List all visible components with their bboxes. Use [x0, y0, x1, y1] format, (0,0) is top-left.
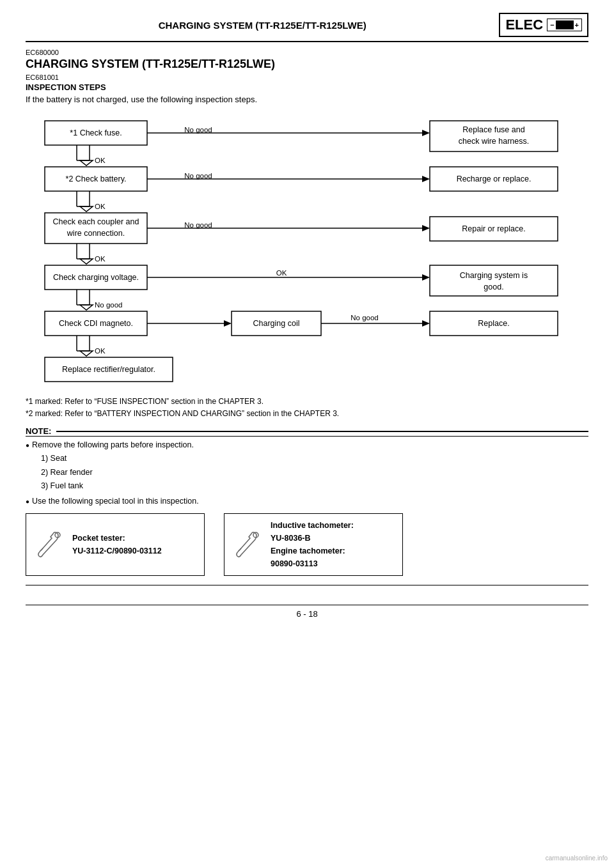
svg-text:No good: No good — [184, 221, 212, 229]
ref2: *2 marked: Refer to “BATTERY INSPECTION … — [26, 408, 588, 420]
svg-rect-25 — [45, 213, 147, 244]
section-title: CHARGING SYSTEM (TT-R125E/TT-R125LWE) — [26, 58, 588, 71]
bottom-rule — [26, 585, 588, 585]
tools-row: Pocket tester: YU-3112-C/90890-03112 Ind… — [26, 513, 588, 576]
svg-marker-30 — [422, 225, 430, 231]
svg-rect-51 — [45, 311, 147, 336]
elec-badge: ELEC − + — [499, 13, 588, 37]
header-title: CHARGING SYSTEM (TT-R125E/TT-R125LWE) — [26, 20, 499, 31]
svg-line-70 — [40, 548, 43, 551]
svg-text:Charging coil: Charging coil — [253, 319, 300, 328]
svg-text:*2 Check battery.: *2 Check battery. — [66, 174, 127, 183]
svg-marker-17 — [422, 176, 430, 182]
page-footer: 6 - 18 carmanualsonline.info — [26, 605, 588, 619]
svg-marker-59 — [422, 320, 430, 327]
svg-text:Charging system is: Charging system is — [460, 271, 528, 280]
svg-rect-0 — [45, 121, 147, 145]
subsection-code: EC681001 — [26, 74, 588, 81]
inductive-tachometer-label: Inductive tachometer: YU-8036-B Engine t… — [271, 519, 354, 570]
note-list: 1) Seat 2) Rear fender 3) Fuel tank — [41, 452, 588, 493]
svg-marker-49 — [80, 305, 93, 310]
ref1: *1 marked: Refer to “FUSE INSPECTION” se… — [26, 396, 588, 408]
list-item-2: 2) Rear fender — [41, 466, 588, 479]
intro-text: If the battery is not charged, use the f… — [26, 95, 588, 104]
note-bullet-2: Use the following special tool in this i… — [26, 497, 588, 506]
svg-text:Replace.: Replace. — [478, 319, 509, 328]
svg-text:No good: No good — [184, 126, 212, 134]
note-refs: *1 marked: Refer to “FUSE INSPECTION” se… — [26, 396, 588, 420]
battery-symbol: − + — [547, 19, 582, 31]
elec-label: ELEC — [505, 17, 543, 33]
notes-section: *1 marked: Refer to “FUSE INSPECTION” se… — [26, 396, 588, 585]
svg-text:check wire harness.: check wire harness. — [459, 137, 529, 146]
pocket-tester-box: Pocket tester: YU-3112-C/90890-03112 — [26, 513, 205, 576]
inductive-tachometer-box: Inductive tachometer: YU-8036-B Engine t… — [224, 513, 403, 576]
note-text-2: Use the following special tool in this i… — [32, 497, 199, 506]
svg-marker-65 — [80, 351, 93, 356]
note-text-1: Remove the following parts before inspec… — [32, 440, 194, 449]
svg-text:good.: good. — [484, 283, 503, 291]
section-code: EC680000 — [26, 49, 588, 56]
svg-text:Replace rectifier/regulator.: Replace rectifier/regulator. — [62, 365, 155, 374]
svg-text:Check CDI magneto.: Check CDI magneto. — [59, 319, 133, 328]
svg-text:OK: OK — [276, 269, 287, 277]
list-item-3: 3) Fuel tank — [41, 479, 588, 493]
svg-rect-55 — [232, 311, 321, 336]
svg-rect-60 — [430, 311, 558, 336]
svg-rect-31 — [430, 217, 558, 241]
page-number: 6 - 18 — [296, 609, 317, 619]
pocket-tester-label: Pocket tester: YU-3112-C/90890-03112 — [72, 532, 162, 557]
note-header: NOTE: — [26, 426, 588, 437]
svg-marker-36 — [80, 259, 93, 264]
svg-marker-42 — [422, 274, 430, 281]
svg-text:OK: OK — [95, 255, 106, 263]
svg-rect-18 — [430, 167, 558, 191]
svg-text:No good: No good — [95, 301, 122, 309]
svg-text:Repair or replace.: Repair or replace. — [462, 224, 525, 233]
svg-text:Recharge or replace.: Recharge or replace. — [457, 174, 531, 183]
svg-marker-23 — [80, 206, 93, 212]
svg-text:*1 Check fuse.: *1 Check fuse. — [70, 128, 122, 137]
svg-rect-38 — [45, 265, 147, 290]
svg-text:No good: No good — [350, 314, 378, 322]
svg-marker-11 — [80, 160, 93, 166]
flowchart: *1 Check fuse. No good Replace fuse and … — [26, 114, 588, 383]
svg-marker-4 — [422, 130, 430, 136]
svg-text:Check charging voltage.: Check charging voltage. — [53, 273, 139, 282]
svg-text:No good: No good — [184, 172, 212, 180]
list-item-1: 1) Seat — [41, 452, 588, 465]
svg-rect-13 — [45, 167, 147, 191]
svg-text:OK: OK — [95, 203, 106, 210]
note-label: NOTE: — [26, 426, 51, 436]
svg-line-72 — [239, 548, 241, 551]
page-header: CHARGING SYSTEM (TT-R125E/TT-R125LWE) EL… — [26, 13, 588, 42]
svg-marker-54 — [224, 320, 232, 327]
svg-rect-5 — [430, 121, 558, 151]
note-bullet-1: Remove the following parts before inspec… — [26, 440, 588, 449]
subsection-title: INSPECTION STEPS — [26, 82, 588, 92]
svg-text:Check each coupler and: Check each coupler and — [53, 217, 139, 226]
pocket-tester-icon — [34, 532, 66, 557]
svg-text:OK: OK — [95, 347, 106, 355]
svg-rect-67 — [45, 357, 173, 382]
svg-text:Replace fuse and: Replace fuse and — [462, 125, 524, 134]
svg-text:OK: OK — [95, 157, 106, 164]
svg-text:wire connection.: wire connection. — [67, 229, 125, 238]
inductive-tachometer-icon — [232, 532, 264, 557]
svg-rect-43 — [430, 265, 558, 296]
